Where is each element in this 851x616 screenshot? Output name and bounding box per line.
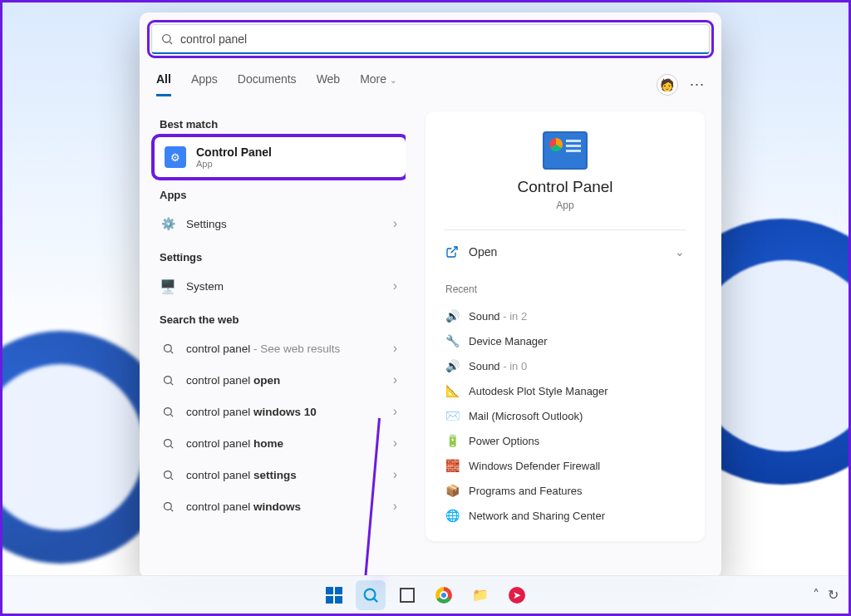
svg-line-1 <box>170 42 172 44</box>
taskbar-pinned-app[interactable]: ➤ <box>502 580 532 610</box>
search-icon <box>160 466 176 483</box>
open-action[interactable]: Open ⌄ <box>444 237 686 267</box>
svg-line-14 <box>451 247 457 253</box>
web-suggestion[interactable]: control panel windows› <box>155 490 406 522</box>
recent-item[interactable]: 🌐Network and Sharing Center <box>444 503 686 528</box>
svg-point-0 <box>163 34 170 42</box>
chevron-right-icon: › <box>393 404 397 419</box>
chevron-down-icon: ⌄ <box>390 76 396 85</box>
task-view-button[interactable] <box>392 580 422 610</box>
recent-item[interactable]: 🧱Windows Defender Firewall <box>444 453 686 478</box>
section-best-match: Best match <box>160 118 406 131</box>
recent-item-icon: ✉️ <box>445 409 459 422</box>
monitor-icon: 🖥️ <box>160 278 176 294</box>
chevron-right-icon: › <box>393 499 397 514</box>
svg-line-16 <box>374 598 377 601</box>
detail-subtitle: App <box>556 200 573 211</box>
recent-item[interactable]: 🔊Sound - in 0 <box>444 353 686 378</box>
recent-item-icon: 🔋 <box>445 434 459 447</box>
tray-sync-icon[interactable]: ↻ <box>828 587 839 603</box>
search-icon <box>160 340 176 357</box>
task-view-icon <box>400 588 415 603</box>
start-button[interactable] <box>319 580 349 610</box>
search-icon <box>362 586 380 604</box>
divider <box>444 229 686 230</box>
svg-line-13 <box>170 509 173 511</box>
chevron-down-icon[interactable]: ⌄ <box>675 245 685 259</box>
tray-chevron-icon[interactable]: ˄ <box>813 587 819 603</box>
section-apps: Apps <box>160 189 406 201</box>
windows-logo-icon <box>326 587 342 604</box>
chrome-icon <box>435 587 452 604</box>
taskbar-pinned-explorer[interactable]: 📁 <box>465 580 495 610</box>
detail-title: Control Panel <box>517 178 612 196</box>
search-input[interactable] <box>180 32 701 46</box>
svg-point-2 <box>164 344 171 352</box>
svg-line-11 <box>170 477 173 480</box>
chevron-right-icon: › <box>393 467 397 482</box>
recent-item[interactable]: 📦Programs and Features <box>444 478 686 503</box>
chevron-right-icon: › <box>393 372 397 387</box>
taskbar-search-button[interactable] <box>356 580 386 610</box>
recent-item[interactable]: 🔊Sound - in 2 <box>444 303 686 328</box>
best-match-subtitle: App <box>196 159 272 169</box>
filter-tabs: All Apps Documents Web More ⌄ <box>156 72 396 96</box>
recent-header: Recent <box>445 283 685 295</box>
search-icon <box>160 498 176 515</box>
tab-more[interactable]: More ⌄ <box>360 72 396 96</box>
svg-line-5 <box>170 382 173 385</box>
web-suggestion[interactable]: control panel home› <box>155 427 406 459</box>
control-panel-hero-icon <box>543 131 588 170</box>
recent-item-icon: 🧱 <box>445 459 459 472</box>
web-suggestion[interactable]: control panel windows 10› <box>155 396 406 427</box>
svg-point-12 <box>164 502 171 510</box>
svg-line-7 <box>170 414 173 416</box>
web-suggestion[interactable]: control panel settings› <box>155 459 406 490</box>
best-match-result[interactable]: ⚙ Control Panel App <box>155 137 406 177</box>
result-settings[interactable]: ⚙️ Settings › <box>155 208 406 239</box>
recent-item-icon: 🔊 <box>445 309 459 323</box>
chevron-right-icon: › <box>393 341 397 356</box>
recent-item-icon: 🌐 <box>445 509 459 522</box>
recent-item[interactable]: 🔧Device Manager <box>444 328 686 353</box>
search-box[interactable] <box>151 24 710 54</box>
chevron-right-icon: › <box>393 436 397 451</box>
account-avatar[interactable]: 🧑 <box>657 74 678 96</box>
app-icon: ➤ <box>509 587 525 604</box>
search-icon <box>160 435 176 451</box>
more-options-icon[interactable]: ··· <box>690 76 705 93</box>
section-web: Search the web <box>160 313 406 326</box>
svg-point-6 <box>164 407 171 415</box>
tab-apps[interactable]: Apps <box>191 72 218 96</box>
svg-point-4 <box>164 376 171 383</box>
svg-line-9 <box>170 446 173 448</box>
taskbar-pinned-chrome[interactable] <box>429 580 459 610</box>
svg-line-3 <box>170 351 173 353</box>
recent-item-icon: 📦 <box>445 484 459 497</box>
gear-icon: ⚙️ <box>160 215 176 232</box>
recent-item[interactable]: 📐Autodesk Plot Style Manager <box>444 378 686 403</box>
svg-point-10 <box>164 471 171 478</box>
folder-icon: 📁 <box>472 587 489 603</box>
recent-item-icon: 🔧 <box>445 334 459 347</box>
web-suggestion[interactable]: control panel open› <box>155 364 406 396</box>
recent-item-icon: 🔊 <box>445 359 459 372</box>
best-match-title: Control Panel <box>196 145 272 159</box>
chevron-right-icon: › <box>393 278 397 293</box>
tab-documents[interactable]: Documents <box>238 72 297 96</box>
open-icon <box>445 245 459 259</box>
chevron-right-icon: › <box>393 216 397 231</box>
svg-point-15 <box>365 589 376 599</box>
tab-all[interactable]: All <box>156 72 171 96</box>
result-system[interactable]: 🖥️ System › <box>155 270 406 302</box>
tab-web[interactable]: Web <box>317 72 341 96</box>
control-panel-icon: ⚙ <box>165 146 186 168</box>
recent-item[interactable]: ✉️Mail (Microsoft Outlook) <box>444 403 686 428</box>
detail-column: Control Panel App Open ⌄ Recent 🔊Sound -… <box>406 96 721 578</box>
search-icon <box>160 403 176 420</box>
search-panel: All Apps Documents Web More ⌄ 🧑 ··· Best… <box>140 12 721 578</box>
web-suggestion[interactable]: control panel - See web results› <box>155 333 406 364</box>
search-icon <box>160 372 176 388</box>
recent-item[interactable]: 🔋Power Options <box>444 428 686 453</box>
results-column: Best match ⚙ Control Panel App Apps ⚙️ S… <box>140 96 406 578</box>
